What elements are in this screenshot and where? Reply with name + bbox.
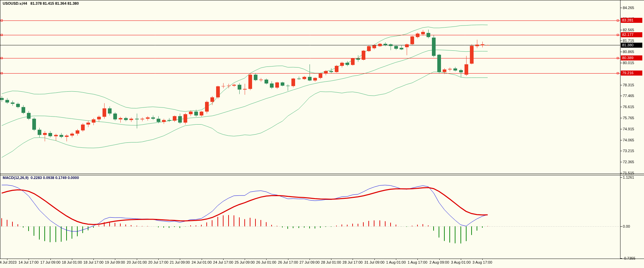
price-axis-label: 80.865: [623, 50, 634, 54]
price-level-badge[interactable]: 79.216: [621, 71, 642, 76]
chart-window: USOUSD.v,H481.378 81.415 81.364 81.380 M…: [0, 0, 644, 268]
price-axis-label: 81.715: [623, 39, 634, 43]
chart-title: USOUSD.v,H481.378 81.415 81.364 81.380: [3, 1, 79, 5]
price-level-badge[interactable]: 80.389: [621, 55, 642, 60]
macd-axis-label: 1.1261: [623, 175, 634, 179]
macd-indicator-label: MACD(12,26,9)0.2283 0.0938 0.1749 0.0000: [3, 176, 79, 180]
time-axis-label: 3 Aug 17:00: [467, 260, 497, 264]
symbol-period-label: USOUSD.v,H4: [3, 1, 27, 5]
price-axis-label: 77.465: [623, 94, 634, 98]
ohlc-values: 81.378 81.415 81.364 81.380: [31, 1, 79, 5]
price-axis-label: 71.515: [623, 171, 634, 175]
macd-axis-label: -0.7355: [623, 256, 635, 260]
price-axis-label: 74.915: [623, 127, 634, 131]
macd-axis-label: 0.00: [623, 224, 630, 228]
price-axis-label: 82.565: [623, 28, 634, 32]
price-axis-label: 80.015: [623, 61, 634, 65]
current-price-badge[interactable]: 81.380: [621, 43, 642, 48]
price-axis-label: 75.765: [623, 116, 634, 120]
macd-name: MACD(12,26,9): [3, 176, 29, 180]
price-axis-label: 78.315: [623, 83, 634, 87]
macd-values: 0.2283 0.0938 0.1749 0.0000: [31, 176, 79, 180]
price-axis-label: 76.615: [623, 105, 634, 109]
chart-canvas[interactable]: [0, 0, 644, 268]
price-axis-label: 72.365: [623, 160, 634, 164]
price-axis-label: 74.065: [623, 138, 634, 142]
price-axis-label: 73.215: [623, 149, 634, 153]
price-level-badge[interactable]: 82.177: [621, 32, 642, 37]
price-level-badge[interactable]: 83.281: [621, 18, 642, 23]
price-axis-label: 84.265: [623, 6, 634, 10]
